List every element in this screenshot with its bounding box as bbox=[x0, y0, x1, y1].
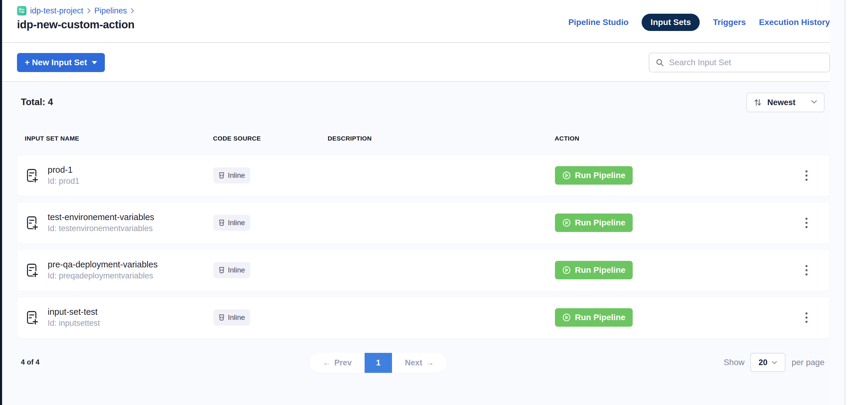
code-source-badge: Inline bbox=[213, 309, 250, 325]
page-number-button[interactable]: 1 bbox=[365, 353, 392, 373]
table-row[interactable]: test-environement-variables Id: testenvi… bbox=[17, 202, 830, 244]
sort-selected-value: Newest bbox=[767, 98, 796, 107]
code-source-badge: Inline bbox=[213, 262, 250, 278]
table-row[interactable]: prod-1 Id: prod1 Inline bbox=[17, 155, 830, 196]
breadcrumb-pipelines[interactable]: Pipelines bbox=[94, 6, 127, 15]
total-count: Total: 4 bbox=[21, 97, 53, 107]
input-set-name[interactable]: prod-1 bbox=[48, 165, 80, 175]
row-menu-button[interactable] bbox=[803, 167, 810, 184]
input-set-name[interactable]: pre-qa-deployment-variables bbox=[48, 260, 158, 270]
search-box bbox=[649, 53, 830, 72]
input-set-icon bbox=[25, 168, 40, 183]
main-area: idp-test-project Pipelines idp-new-custo… bbox=[2, 0, 845, 405]
tab-pipeline-studio[interactable]: Pipeline Studio bbox=[568, 18, 628, 27]
code-source-label: Inline bbox=[228, 266, 245, 274]
next-label: Next bbox=[405, 358, 423, 368]
input-set-name[interactable]: test-environement-variables bbox=[48, 212, 154, 222]
input-set-id: Id: preqadeploymentvariables bbox=[48, 271, 158, 281]
tab-triggers[interactable]: Triggers bbox=[713, 18, 746, 27]
run-pipeline-label: Run Pipeline bbox=[575, 170, 625, 180]
show-label: Show bbox=[723, 357, 744, 367]
table-row[interactable]: input-set-test Id: inputsettest Inline bbox=[17, 297, 830, 338]
input-set-list: prod-1 Id: prod1 Inline bbox=[17, 155, 830, 338]
page-size-control: Show 20 per page bbox=[723, 353, 825, 372]
col-input-set-name: INPUT SET NAME bbox=[25, 135, 213, 142]
arrow-right-icon: → bbox=[426, 358, 434, 368]
page-size-value: 20 bbox=[758, 358, 767, 367]
chevron-down-icon bbox=[772, 361, 777, 365]
input-set-icon bbox=[25, 215, 40, 230]
input-set-id: Id: prod1 bbox=[48, 177, 80, 186]
pagination-count: 4 of 4 bbox=[21, 358, 40, 366]
breadcrumb: idp-test-project Pipelines bbox=[17, 6, 134, 15]
right-panel bbox=[845, 0, 868, 405]
page-title: idp-new-custom-action bbox=[17, 19, 134, 31]
table-row[interactable]: pre-qa-deployment-variables Id: preqadep… bbox=[17, 249, 830, 291]
row-menu-button[interactable] bbox=[803, 309, 810, 326]
row-menu-button[interactable] bbox=[803, 215, 810, 231]
input-set-icon bbox=[25, 263, 40, 278]
toolbar: + New Input Set bbox=[2, 43, 845, 82]
play-circle-icon bbox=[562, 313, 571, 322]
code-source-label: Inline bbox=[228, 219, 245, 227]
code-source-cell: Inline bbox=[213, 215, 328, 231]
pagination: ← Prev 1 Next → bbox=[310, 353, 447, 373]
run-pipeline-button[interactable]: Run Pipeline bbox=[555, 261, 633, 279]
next-page-button[interactable]: Next → bbox=[392, 353, 447, 373]
code-source-label: Inline bbox=[228, 313, 245, 322]
search-icon bbox=[655, 58, 664, 67]
name-cell: test-environement-variables Id: testenvi… bbox=[25, 212, 213, 233]
repo-icon bbox=[219, 267, 225, 273]
chevron-right-icon bbox=[87, 8, 91, 14]
input-sets-panel: Total: 4 Newest INPUT SET NAME CODE SOUR… bbox=[2, 83, 845, 405]
new-input-set-button[interactable]: + New Input Set bbox=[17, 53, 105, 72]
run-pipeline-label: Run Pipeline bbox=[575, 313, 625, 322]
page-size-select[interactable]: 20 bbox=[750, 353, 785, 372]
input-set-name[interactable]: input-set-test bbox=[48, 307, 100, 317]
run-pipeline-button[interactable]: Run Pipeline bbox=[555, 308, 633, 327]
run-pipeline-button[interactable]: Run Pipeline bbox=[555, 166, 633, 185]
chevron-down-icon bbox=[811, 100, 817, 105]
action-cell: Run Pipeline bbox=[555, 166, 830, 185]
tab-execution-history[interactable]: Execution History bbox=[759, 18, 830, 27]
play-circle-icon bbox=[562, 266, 571, 275]
row-menu-button[interactable] bbox=[803, 262, 810, 278]
prev-page-button[interactable]: ← Prev bbox=[310, 353, 365, 373]
prev-label: Prev bbox=[334, 358, 352, 368]
name-cell: pre-qa-deployment-variables Id: preqadep… bbox=[25, 260, 213, 281]
name-cell: prod-1 Id: prod1 bbox=[25, 165, 213, 186]
action-cell: Run Pipeline bbox=[555, 214, 830, 232]
code-source-cell: Inline bbox=[213, 309, 328, 325]
input-set-icon bbox=[25, 310, 40, 325]
scrollbar-gutter[interactable] bbox=[830, 0, 845, 405]
search-input[interactable] bbox=[669, 58, 823, 67]
code-source-badge: Inline bbox=[213, 215, 250, 231]
repo-icon bbox=[219, 314, 225, 321]
run-pipeline-label: Run Pipeline bbox=[575, 265, 625, 275]
action-cell: Run Pipeline bbox=[555, 308, 830, 327]
col-code-source: CODE SOURCE bbox=[213, 135, 328, 142]
play-circle-icon bbox=[562, 171, 571, 180]
page-header: idp-test-project Pipelines idp-new-custo… bbox=[2, 0, 845, 43]
collapsed-sidebar-edge bbox=[0, 0, 2, 405]
code-source-cell: Inline bbox=[213, 167, 328, 183]
per-page-label: per page bbox=[792, 357, 825, 367]
play-circle-icon bbox=[562, 218, 571, 227]
breadcrumb-project[interactable]: idp-test-project bbox=[30, 6, 84, 15]
caret-down-icon bbox=[92, 61, 97, 64]
code-source-label: Inline bbox=[228, 171, 245, 180]
name-cell: input-set-test Id: inputsettest bbox=[25, 307, 213, 328]
new-input-set-label: + New Input Set bbox=[25, 58, 87, 67]
code-source-cell: Inline bbox=[213, 262, 328, 278]
sort-dropdown[interactable]: Newest bbox=[746, 93, 825, 112]
col-action: ACTION bbox=[555, 135, 830, 142]
input-set-id: Id: inputsettest bbox=[48, 319, 100, 328]
chevron-right-icon bbox=[130, 8, 134, 14]
pipeline-icon bbox=[17, 6, 27, 15]
input-set-id: Id: testenvironementvariables bbox=[48, 224, 154, 233]
sort-arrows-icon bbox=[754, 98, 762, 107]
tab-input-sets[interactable]: Input Sets bbox=[642, 14, 700, 31]
run-pipeline-button[interactable]: Run Pipeline bbox=[555, 214, 633, 232]
table-header: INPUT SET NAME CODE SOURCE DESCRIPTION A… bbox=[17, 135, 830, 142]
repo-icon bbox=[219, 172, 225, 179]
